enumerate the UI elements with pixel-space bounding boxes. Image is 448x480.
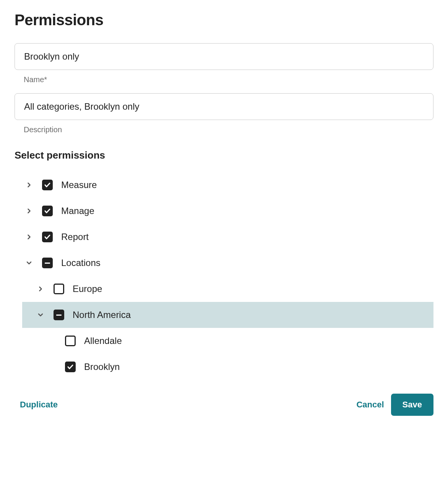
chevron-down-icon[interactable] xyxy=(34,311,47,319)
name-input[interactable] xyxy=(15,43,433,70)
duplicate-button[interactable]: Duplicate xyxy=(20,400,58,410)
tree-label-brooklyn: Brooklyn xyxy=(84,362,120,372)
chevron-right-icon[interactable] xyxy=(34,285,47,293)
cancel-button[interactable]: Cancel xyxy=(356,400,384,410)
footer-right: Cancel Save xyxy=(356,394,433,416)
tree-label-allendale: Allendale xyxy=(84,336,122,346)
chevron-down-icon[interactable] xyxy=(22,259,36,267)
select-permissions-heading: Select permissions xyxy=(15,149,433,161)
tree-row-report[interactable]: Report xyxy=(22,224,433,250)
checkbox-indeterminate-icon[interactable] xyxy=(42,258,53,268)
chevron-right-icon[interactable] xyxy=(22,233,36,241)
tree-row-locations[interactable]: Locations xyxy=(22,250,433,276)
page-title: Permissions xyxy=(15,11,433,29)
checkbox-indeterminate-icon[interactable] xyxy=(54,310,64,320)
tree-label-north-america: North America xyxy=(73,310,131,320)
checkbox-unchecked-icon[interactable] xyxy=(65,336,76,346)
chevron-right-icon[interactable] xyxy=(22,207,36,215)
tree-label-manage: Manage xyxy=(61,206,94,216)
tree-label-measure: Measure xyxy=(61,180,97,190)
checkbox-unchecked-icon[interactable] xyxy=(54,284,64,294)
tree-row-brooklyn[interactable]: Brooklyn xyxy=(22,354,433,380)
chevron-right-icon[interactable] xyxy=(22,181,36,189)
permissions-tree: Measure Manage Report xyxy=(22,172,433,380)
tree-row-measure[interactable]: Measure xyxy=(22,172,433,198)
checkbox-checked-icon[interactable] xyxy=(42,232,53,242)
tree-row-manage[interactable]: Manage xyxy=(22,198,433,224)
tree-row-north-america[interactable]: North America xyxy=(22,302,433,328)
tree-row-allendale[interactable]: Allendale xyxy=(22,328,433,354)
checkbox-checked-icon[interactable] xyxy=(42,180,53,190)
save-button[interactable]: Save xyxy=(391,394,433,416)
tree-row-europe[interactable]: Europe xyxy=(22,276,433,302)
tree-label-locations: Locations xyxy=(61,258,101,268)
name-label: Name* xyxy=(24,75,433,84)
tree-label-report: Report xyxy=(61,232,89,242)
description-input[interactable] xyxy=(15,93,433,120)
name-field-group: Name* xyxy=(15,43,433,84)
description-field-group: Description xyxy=(15,93,433,134)
checkbox-checked-icon[interactable] xyxy=(42,206,53,216)
description-label: Description xyxy=(24,125,433,134)
footer: Duplicate Cancel Save xyxy=(15,394,433,416)
tree-label-europe: Europe xyxy=(73,284,102,294)
checkbox-checked-icon[interactable] xyxy=(65,362,76,372)
